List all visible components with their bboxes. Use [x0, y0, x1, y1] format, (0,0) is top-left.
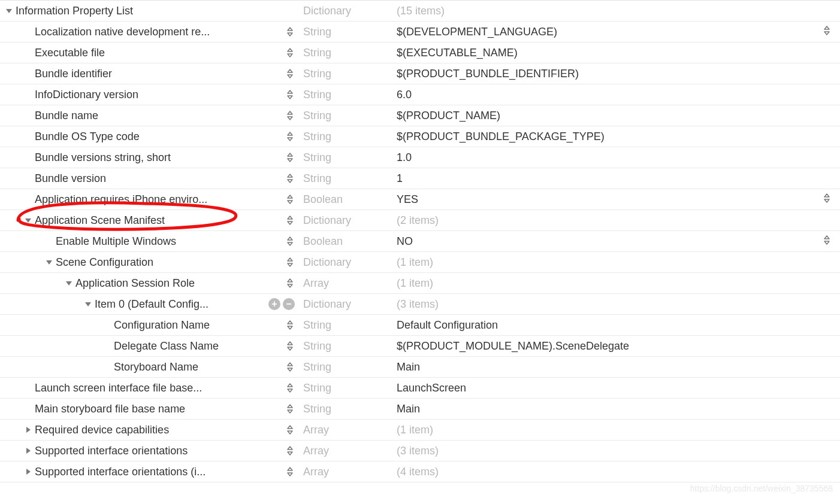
- value-cell[interactable]: (2 items): [394, 214, 840, 227]
- key-cell[interactable]: Storyboard Name: [0, 357, 298, 377]
- value-cell[interactable]: Main: [394, 361, 840, 374]
- disclosure-down-icon[interactable]: [45, 258, 53, 266]
- plist-row[interactable]: Application Scene ManifestDictionary(2 i…: [0, 210, 840, 231]
- key-stepper-icon[interactable]: [285, 256, 295, 269]
- plist-row[interactable]: Enable Multiple WindowsBooleanNO: [0, 231, 840, 252]
- key-stepper-icon[interactable]: [285, 423, 295, 436]
- key-stepper-icon[interactable]: [285, 381, 295, 394]
- type-cell[interactable]: String: [298, 130, 394, 143]
- key-stepper-icon[interactable]: [285, 444, 295, 457]
- type-cell[interactable]: Dictionary: [298, 5, 394, 17]
- value-cell[interactable]: $(PRODUCT_MODULE_NAME).SceneDelegate: [394, 340, 840, 353]
- value-cell[interactable]: (4 items): [394, 466, 840, 478]
- value-stepper-icon[interactable]: [822, 233, 832, 247]
- key-cell[interactable]: InfoDictionary version: [0, 84, 298, 105]
- type-cell[interactable]: String: [298, 26, 394, 38]
- type-cell[interactable]: String: [298, 403, 394, 415]
- remove-row-icon[interactable]: −: [283, 298, 295, 310]
- plist-row[interactable]: Application requires iPhone enviro...Boo…: [0, 189, 840, 210]
- plist-row[interactable]: InfoDictionary versionString6.0: [0, 84, 840, 105]
- key-cell[interactable]: Bundle OS Type code: [0, 126, 298, 147]
- value-cell[interactable]: Default Configuration: [394, 319, 840, 332]
- plist-row[interactable]: Scene ConfigurationDictionary(1 item): [0, 252, 840, 273]
- key-cell[interactable]: Supported interface orientations (i...: [0, 462, 298, 482]
- disclosure-right-icon[interactable]: [24, 447, 32, 455]
- key-stepper-icon[interactable]: [285, 46, 295, 59]
- key-cell[interactable]: Information Property List: [0, 1, 298, 21]
- key-cell[interactable]: Executable file: [0, 42, 298, 63]
- value-cell[interactable]: $(EXECUTABLE_NAME): [394, 47, 840, 59]
- plist-row[interactable]: Executable fileString$(EXECUTABLE_NAME): [0, 42, 840, 63]
- type-cell[interactable]: String: [298, 361, 394, 374]
- key-stepper-icon[interactable]: [285, 235, 295, 248]
- value-cell[interactable]: Main: [394, 403, 840, 415]
- type-cell[interactable]: Array: [298, 424, 394, 436]
- key-cell[interactable]: Application Scene Manifest: [0, 210, 298, 230]
- type-cell[interactable]: String: [298, 68, 394, 80]
- disclosure-down-icon[interactable]: [24, 216, 32, 224]
- type-cell[interactable]: String: [298, 151, 394, 164]
- value-stepper-icon[interactable]: [822, 24, 832, 37]
- key-cell[interactable]: Main storyboard file base name: [0, 399, 298, 419]
- type-cell[interactable]: Array: [298, 445, 394, 457]
- key-stepper-icon[interactable]: [285, 130, 295, 143]
- key-cell[interactable]: Scene Configuration: [0, 252, 298, 272]
- type-cell[interactable]: Boolean: [298, 193, 394, 206]
- key-stepper-icon[interactable]: [285, 67, 295, 80]
- value-cell[interactable]: (15 items): [394, 5, 840, 17]
- plist-row[interactable]: Required device capabilitiesArray(1 item…: [0, 420, 840, 441]
- key-stepper-icon[interactable]: [285, 318, 295, 332]
- type-cell[interactable]: Dictionary: [298, 256, 394, 269]
- plist-row[interactable]: Information Property ListDictionary(15 i…: [0, 1, 840, 22]
- plist-row[interactable]: Localization native development re...Str…: [0, 22, 840, 42]
- key-cell[interactable]: Required device capabilities: [0, 420, 298, 440]
- plist-row[interactable]: Storyboard NameStringMain: [0, 357, 840, 378]
- plist-row[interactable]: Bundle nameString$(PRODUCT_NAME): [0, 105, 840, 126]
- type-cell[interactable]: String: [298, 47, 394, 59]
- value-cell[interactable]: $(PRODUCT_NAME): [394, 110, 840, 122]
- key-cell[interactable]: Enable Multiple Windows: [0, 231, 298, 251]
- type-cell[interactable]: Array: [298, 466, 394, 478]
- value-cell[interactable]: $(PRODUCT_BUNDLE_IDENTIFIER): [394, 68, 840, 80]
- key-stepper-icon[interactable]: [285, 88, 295, 101]
- type-cell[interactable]: Dictionary: [298, 298, 394, 311]
- plist-row[interactable]: Supported interface orientations (i...Ar…: [0, 462, 840, 482]
- key-cell[interactable]: Application requires iPhone enviro...: [0, 189, 298, 210]
- key-cell[interactable]: Application Session Role: [0, 273, 298, 293]
- value-cell[interactable]: NO: [394, 235, 840, 248]
- type-cell[interactable]: String: [298, 382, 394, 394]
- plist-row[interactable]: Bundle versionString1: [0, 168, 840, 189]
- key-stepper-icon[interactable]: [285, 214, 295, 227]
- disclosure-down-icon[interactable]: [65, 279, 73, 287]
- key-cell[interactable]: Delegate Class Name: [0, 336, 298, 356]
- value-cell[interactable]: (3 items): [394, 298, 840, 311]
- value-cell[interactable]: LaunchScreen: [394, 382, 840, 394]
- plist-row[interactable]: Main storyboard file base nameStringMain: [0, 399, 840, 420]
- type-cell[interactable]: String: [298, 319, 394, 332]
- value-cell[interactable]: YES: [394, 193, 840, 206]
- key-stepper-icon[interactable]: [285, 360, 295, 374]
- key-cell[interactable]: Item 0 (Default Config...+−: [0, 294, 298, 314]
- key-cell[interactable]: Launch screen interface file base...: [0, 378, 298, 398]
- key-stepper-icon[interactable]: [285, 25, 295, 38]
- type-cell[interactable]: String: [298, 110, 394, 122]
- value-cell[interactable]: (1 item): [394, 277, 840, 290]
- disclosure-down-icon[interactable]: [84, 300, 92, 308]
- key-cell[interactable]: Localization native development re...: [0, 22, 298, 42]
- key-cell[interactable]: Bundle version: [0, 168, 298, 189]
- plist-row[interactable]: Bundle versions string, shortString1.0: [0, 147, 840, 168]
- plist-row[interactable]: Delegate Class NameString$(PRODUCT_MODUL…: [0, 336, 840, 357]
- plist-row[interactable]: Supported interface orientationsArray(3 …: [0, 441, 840, 462]
- type-cell[interactable]: String: [298, 89, 394, 101]
- disclosure-down-icon[interactable]: [5, 7, 13, 15]
- plist-row[interactable]: Configuration NameStringDefault Configur…: [0, 315, 840, 336]
- type-cell[interactable]: Dictionary: [298, 214, 394, 227]
- plist-row[interactable]: Bundle OS Type codeString$(PRODUCT_BUNDL…: [0, 126, 840, 147]
- value-cell[interactable]: 1.0: [394, 151, 840, 164]
- type-cell[interactable]: Boolean: [298, 235, 394, 248]
- key-cell[interactable]: Bundle identifier: [0, 63, 298, 84]
- plist-row[interactable]: Item 0 (Default Config...+−Dictionary(3 …: [0, 294, 840, 315]
- value-cell[interactable]: (1 item): [394, 256, 840, 269]
- type-cell[interactable]: String: [298, 172, 394, 185]
- key-cell[interactable]: Bundle versions string, short: [0, 147, 298, 168]
